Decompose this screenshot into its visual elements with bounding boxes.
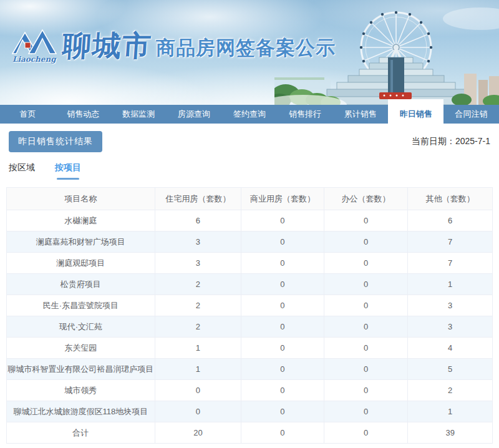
col-residential: 住宅用房（套数） (155, 188, 241, 210)
count-cell: 0 (324, 401, 408, 422)
col-office: 办公（套数） (324, 188, 408, 210)
count-cell: 0 (155, 380, 241, 401)
table-row: 东关玺园1004 (7, 338, 493, 359)
nav-item-data-monitor[interactable]: 数据监测 (111, 105, 167, 124)
count-cell: 1 (408, 401, 493, 422)
count-cell: 0 (241, 253, 324, 274)
table-row: 松贵府项目2001 (7, 274, 493, 295)
site-brand: Liaocheng 聊城市 商品房网签备案公示 (10, 25, 336, 64)
nav-item-home[interactable]: 首页 (0, 105, 56, 124)
count-cell: 1 (155, 359, 241, 380)
count-cell: 0 (241, 338, 324, 359)
count-cell: 0 (241, 231, 324, 253)
col-other: 其他（套数） (408, 188, 493, 210)
logo-script-text: Liaocheng (12, 55, 56, 64)
table-row: 民生·东昌壹號院项目2003 (7, 295, 493, 316)
count-cell: 39 (408, 422, 493, 444)
count-cell: 5 (408, 359, 493, 380)
count-cell: 0 (324, 231, 408, 253)
col-commercial: 商业用房（套数） (241, 188, 324, 210)
view-tabs: 按区域 按项目 (9, 162, 499, 182)
count-cell: 0 (241, 316, 324, 338)
sales-statistics-table: 项目名称 住宅用房（套数） 商业用房（套数） 办公（套数） 其他（套数） 水樾澜… (6, 187, 493, 444)
count-cell: 2 (408, 380, 493, 401)
table-row: 聊城市科智置业有限公司裕昌润珺庐项目1005 (7, 359, 493, 380)
count-cell: 3 (155, 231, 241, 253)
project-name-cell: 合计 (7, 422, 155, 444)
count-cell: 0 (241, 295, 324, 316)
count-cell: 2 (155, 316, 241, 338)
project-name-cell: 澜庭观邸项目 (7, 253, 155, 274)
count-cell: 0 (324, 422, 408, 444)
liaocheng-mountain-logo-icon: Liaocheng (10, 25, 61, 64)
nav-item-contract-cancel[interactable]: 合同注销 (443, 105, 499, 124)
count-cell: 0 (241, 380, 324, 401)
table-total-row: 合计200039 (7, 422, 493, 444)
project-name-cell: 聊城江北水城旅游度假区118地块项目 (7, 401, 155, 422)
table-row: 现代·文汇苑2003 (7, 316, 493, 338)
main-nav: 首页 销售动态 数据监测 房源查询 签约查询 销售排行 累计销售 昨日销售 合同… (0, 105, 499, 124)
count-cell: 0 (155, 401, 241, 422)
site-title: 商品房网签备案公示 (156, 38, 336, 57)
sales-statistics-table-wrap: 项目名称 住宅用房（套数） 商业用房（套数） 办公（套数） 其他（套数） 水樾澜… (6, 187, 493, 444)
count-cell: 3 (155, 253, 241, 274)
header-banner: Liaocheng 聊城市 商品房网签备案公示 (0, 0, 499, 105)
project-name-cell: 聊城市科智置业有限公司裕昌润珺庐项目 (7, 359, 155, 380)
project-name-cell: 城市领秀 (7, 380, 155, 401)
count-cell: 0 (324, 253, 408, 274)
project-name-cell: 澜庭嘉苑和财智广场项目 (7, 231, 155, 253)
count-cell: 0 (324, 210, 408, 231)
count-cell: 20 (155, 422, 241, 444)
tab-by-project[interactable]: 按项目 (55, 162, 81, 182)
nav-item-sales-dynamics[interactable]: 销售动态 (56, 105, 111, 124)
table-row: 水樾澜庭6006 (7, 210, 493, 231)
project-name-cell: 现代·文汇苑 (7, 316, 155, 338)
count-cell: 4 (408, 338, 493, 359)
table-row: 聊城江北水城旅游度假区118地块项目0001 (7, 401, 493, 422)
count-cell: 1 (408, 274, 493, 295)
nav-item-cumulative-sales[interactable]: 累计销售 (332, 105, 388, 124)
count-cell: 3 (408, 316, 493, 338)
count-cell: 6 (155, 210, 241, 231)
project-name-cell: 民生·东昌壹號院项目 (7, 295, 155, 316)
nav-item-sales-ranking[interactable]: 销售排行 (277, 105, 332, 124)
col-project-name: 项目名称 (7, 188, 155, 210)
count-cell: 0 (324, 359, 408, 380)
table-row: 城市领秀0002 (7, 380, 493, 401)
count-cell: 0 (241, 422, 324, 444)
current-date-label: 当前日期： (412, 136, 455, 146)
nav-item-signing-query[interactable]: 签约查询 (222, 105, 278, 124)
project-name-cell: 东关玺园 (7, 338, 155, 359)
count-cell: 2 (155, 274, 241, 295)
count-cell: 0 (241, 274, 324, 295)
count-cell: 7 (408, 231, 493, 253)
count-cell: 0 (241, 210, 324, 231)
count-cell: 1 (155, 338, 241, 359)
count-cell: 0 (324, 295, 408, 316)
count-cell: 0 (241, 401, 324, 422)
nav-item-listing-query[interactable]: 房源查询 (167, 105, 222, 124)
nav-item-yesterday-sales[interactable]: 昨日销售 (388, 99, 443, 129)
table-row: 澜庭嘉苑和财智广场项目3007 (7, 231, 493, 253)
project-name-cell: 水樾澜庭 (7, 210, 155, 231)
city-title: 聊城市 (61, 31, 153, 60)
project-name-cell: 松贵府项目 (7, 274, 155, 295)
count-cell: 0 (324, 316, 408, 338)
count-cell: 7 (408, 253, 493, 274)
count-cell: 0 (324, 274, 408, 295)
section-title-badge: 昨日销售统计结果 (9, 131, 102, 152)
count-cell: 3 (408, 295, 493, 316)
tab-by-region[interactable]: 按区域 (9, 162, 35, 182)
count-cell: 0 (241, 359, 324, 380)
current-date: 当前日期：2025-7-1 (412, 136, 490, 147)
table-row: 澜庭观邸项目3007 (7, 253, 493, 274)
count-cell: 0 (324, 338, 408, 359)
table-header-row: 项目名称 住宅用房（套数） 商业用房（套数） 办公（套数） 其他（套数） (7, 188, 493, 210)
count-cell: 2 (155, 295, 241, 316)
count-cell: 6 (408, 210, 493, 231)
count-cell: 0 (324, 380, 408, 401)
current-date-value: 2025-7-1 (455, 136, 490, 146)
